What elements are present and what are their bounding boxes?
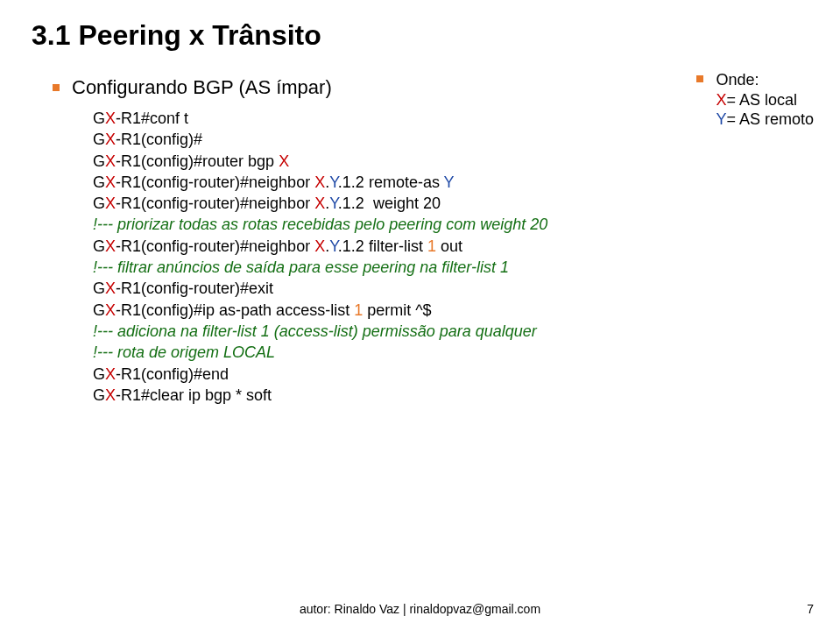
code-line: GX-R1(config-router)#neighbor X.Y.1.2 fi… [93,236,808,257]
code-block: GX-R1#conf t GX-R1(config)# GX-R1(config… [93,108,808,406]
t: -R1(config-router)#neighbor [116,195,314,212]
bullet-icon [53,84,60,91]
t: G [93,152,105,170]
t: G [93,173,105,191]
code-line: GX-R1#conf t [93,108,808,129]
subtitle-row: Configurando BGP (AS ímpar) [53,76,808,99]
slide: 3.1 Peering x Trânsito Onde: X= AS local… [0,0,840,630]
t: X [105,131,116,148]
t: .1.2 weight 20 [338,195,441,212]
t: -R1(config-router)#neighbor [116,237,314,255]
code-line: GX-R1(config)#end [93,364,808,385]
t: G [93,195,105,212]
code-line: GX-R1(config-router)#exit [93,278,808,299]
code-line: GX-R1(config)#router bgp X [93,151,808,172]
t: G [93,301,105,319]
t: X [105,365,116,383]
t: .1.2 remote-as [338,173,444,191]
t: Y [329,173,338,191]
t: -R1(config)#end [116,365,229,383]
t: 1 [354,301,363,319]
t: 1 [427,237,436,255]
t: G [93,110,105,127]
code-line: GX-R1(config-router)#neighbor X.Y.1.2 we… [93,193,808,214]
t: -R1(config)#router bgp [116,152,279,170]
t: ^$ [415,301,431,319]
t: X [314,237,325,255]
page-number: 7 [807,602,814,616]
code-comment: !--- adiciona na filter-list 1 (access-l… [93,321,808,342]
code-comment: !--- filtrar anúncios de saída para esse… [93,257,808,278]
t: X [105,195,116,212]
t: Y [329,237,338,255]
t: .1.2 filter-list [338,237,427,255]
t: -R1(config-router)#neighbor [116,173,314,191]
t: permit [363,301,415,319]
t: X [105,152,116,170]
t: G [93,280,105,297]
slide-title: 3.1 Peering x Trânsito [32,19,808,52]
t: -R1#clear ip bgp * soft [116,386,272,404]
footer: autor: Rinaldo Vaz | rinaldopvaz@gmail.c… [0,602,840,616]
code-line: GX-R1#clear ip bgp * soft [93,385,808,406]
t: X [314,195,325,212]
t: X [105,301,116,319]
t: out [436,237,462,255]
t: -R1(config)# [116,131,202,148]
t: -R1(config)#ip as-path access-list [116,301,354,319]
subtitle-text: Configurando BGP (AS ímpar) [72,76,332,99]
t: Y [444,173,455,191]
t: X [279,152,289,170]
t: -R1#conf t [116,110,188,127]
t: X [105,237,116,255]
t: X [105,110,116,127]
t: G [93,131,105,148]
t: G [93,386,105,404]
content: Configurando BGP (AS ímpar) GX-R1#conf t… [32,76,808,406]
t: G [93,365,105,383]
t: X [105,386,116,404]
t: G [93,237,105,255]
t: X [314,173,325,191]
code-comment: !--- priorizar todas as rotas recebidas … [93,214,808,235]
code-line: GX-R1(config)# [93,129,808,150]
t: X [105,173,116,191]
code-comment: !--- rota de origem LOCAL [93,342,808,363]
code-line: GX-R1(config-router)#neighbor X.Y.1.2 re… [93,172,808,193]
t: X [105,280,116,297]
code-line: GX-R1(config)#ip as-path access-list 1 p… [93,300,808,321]
t: Y [329,195,338,212]
t: -R1(config-router)#exit [116,280,273,297]
